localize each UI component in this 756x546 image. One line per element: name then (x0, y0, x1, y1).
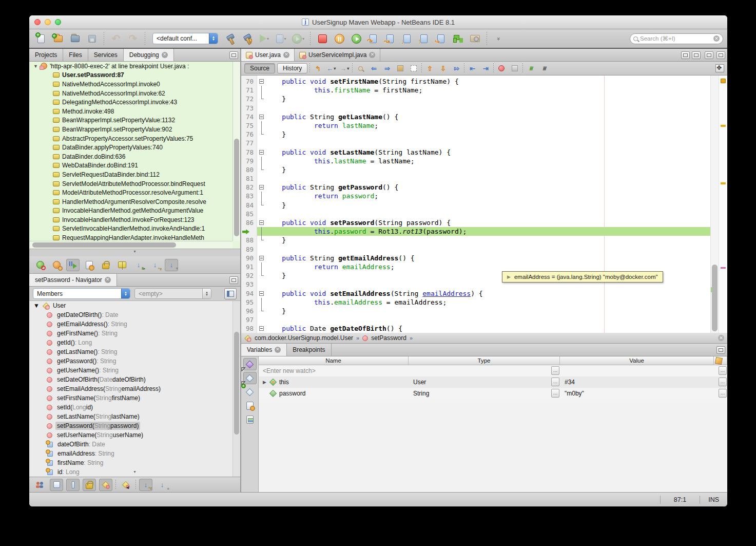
step-out-button[interactable]: ↑ (416, 31, 432, 46)
stack-frame[interactable]: Method.invoke:498 (29, 107, 240, 116)
create-new-watch-icon[interactable]: + (243, 386, 257, 398)
stack-frame[interactable]: NativeMethodAccessorImpl.invoke0 (29, 80, 240, 89)
members-combo-stepper-icon[interactable]: ▲▼ (121, 289, 130, 298)
finish-debugger-session-button[interactable] (315, 31, 330, 46)
edit-value-button[interactable]: … (719, 378, 727, 386)
stack-frame[interactable]: DataBinder.doBind:636 (29, 152, 240, 161)
show-fields-icon[interactable] (50, 479, 63, 491)
navigator-class-row[interactable]: ▼User (29, 301, 240, 310)
variable-row[interactable]: passwordString…"m0by"… (259, 388, 727, 399)
navigator-member[interactable]: dateOfBirth : Date (29, 440, 240, 449)
stack-frame[interactable]: DataBinder.applyPropertyValues:740 (29, 143, 240, 152)
maximize-panel-button[interactable] (229, 51, 238, 59)
navigator-member[interactable]: firstName : String (29, 458, 240, 467)
navigator-member[interactable]: getEmailAddress() : String (29, 319, 240, 329)
redo-button[interactable]: ↷ (125, 31, 141, 46)
apply-code-changes-button[interactable] (450, 31, 466, 46)
new-file-button[interactable]: + (33, 31, 49, 46)
shift-left-icon[interactable]: ⇤ (467, 63, 478, 73)
stack-frame[interactable]: ModelAttributeMethodProcessor.resolveArg… (29, 188, 240, 197)
navigator-member[interactable]: getFirstName() : String (29, 329, 240, 338)
stack-frame[interactable]: BeanWrapperImpl.setPropertyValue:1132 (29, 116, 240, 125)
next-bookmark-icon[interactable]: ⇩ (437, 63, 449, 73)
debugging-call-stack[interactable]: ▼'http-apr-8080-exec-2' at line breakpoi… (29, 62, 240, 249)
run-project-button[interactable]: ▾ (257, 31, 272, 46)
navigator-member[interactable]: getDateOfBirth() : Date (29, 310, 240, 319)
undo-button[interactable]: ↶ (108, 31, 124, 46)
sort-natural-icon[interactable]: ↓≡ (165, 259, 178, 271)
tab-breakpoints[interactable]: Breakpoints (287, 344, 331, 356)
code-editor[interactable]: 70 public void setFirstName(String first… (241, 76, 727, 333)
navigator-member[interactable]: setLastName(String lastName) (29, 412, 240, 421)
stack-horizontal-scrollbar[interactable] (29, 241, 232, 249)
show-locks-icon[interactable] (99, 259, 112, 271)
toggle-highlight-icon[interactable] (395, 63, 406, 73)
next-occurrence-icon[interactable]: ⇒ (381, 63, 393, 73)
debug-thread-row[interactable]: ▼'http-apr-8080-exec-2' at line breakpoi… (29, 62, 240, 71)
tab-files[interactable]: Files (63, 49, 88, 61)
stack-frame[interactable]: AbstractPropertyAccessor.setPropertyValu… (29, 134, 240, 143)
chevron-right-icon[interactable]: » (356, 335, 359, 341)
navigator-member[interactable]: getId() : Long (29, 338, 240, 347)
tab-navigator[interactable]: setPassword - Navigator ✕ (29, 274, 117, 286)
tab-services[interactable]: Services (88, 49, 124, 61)
maximize-navigator-button[interactable] (229, 276, 238, 284)
rectangular-selection-icon[interactable] (408, 63, 419, 73)
configuration-dropdown[interactable]: <default conf... ▲▼ (152, 33, 218, 44)
edit-type-button[interactable]: … (551, 378, 559, 386)
split-document-icon[interactable] (715, 64, 724, 72)
empty-combo-stepper-icon[interactable]: ▲▼ (202, 289, 211, 298)
edit-value-button[interactable]: … (719, 366, 727, 375)
tab-list-button[interactable] (705, 51, 713, 59)
tab-debugging[interactable]: Debugging ✕ (124, 49, 174, 61)
close-tab-icon[interactable]: ✕ (162, 52, 168, 58)
clean-and-build-button[interactable] (240, 31, 255, 46)
close-navigator-icon[interactable]: ✕ (105, 277, 111, 283)
stack-frame[interactable]: ServletInvocableHandlerMethod.invokeAndH… (29, 224, 240, 234)
navigator-member[interactable]: getPassword() : String (29, 356, 240, 366)
uncomment-icon[interactable]: ⩸ (538, 63, 550, 73)
sort-by-suspend-icon[interactable]: ↓‖▸ (132, 259, 145, 271)
navigator-member[interactable]: setEmailAddress(String emailAddress) (29, 384, 240, 393)
scroll-tabs-right-button[interactable] (692, 51, 701, 59)
zoom-window-button[interactable] (55, 19, 61, 25)
close-variables-icon[interactable]: ✕ (275, 347, 281, 353)
nav-sort-source-icon[interactable]: ↓≡ (156, 479, 169, 491)
last-edit-position-icon[interactable]: ↰ (312, 63, 323, 73)
show-static-icon[interactable] (83, 479, 96, 491)
navigator-member[interactable]: emailAddress : String (29, 449, 240, 458)
scroll-tabs-left-button[interactable] (681, 51, 690, 59)
step-into-button[interactable]: ↓ (399, 31, 415, 46)
continue-button[interactable] (348, 31, 364, 46)
variables-table[interactable]: Name Type Value <Enter new watch>……▶this… (259, 356, 727, 492)
navigator-scrollbar[interactable] (232, 301, 240, 477)
debug-panel-grip[interactable]: ▾ (29, 249, 240, 256)
build-project-button[interactable] (223, 31, 238, 46)
stack-frame[interactable]: InvocableHandlerMethod.getMethodArgument… (29, 206, 240, 216)
back-icon[interactable]: ←▾ (325, 63, 337, 73)
navigator-member[interactable]: setUserName(String userName) (29, 430, 240, 440)
breakpoint-icon[interactable] (496, 63, 507, 73)
tab-projects[interactable]: Projects (29, 49, 63, 61)
history-view-button[interactable]: History (277, 63, 307, 73)
edit-type-button[interactable]: … (551, 389, 559, 398)
navigator-member[interactable]: setDateOfBirth(Date dateOfBirth) (29, 375, 240, 384)
open-source-icon[interactable]: ◂ (119, 479, 132, 491)
column-options-icon[interactable] (714, 356, 727, 365)
breadcrumb-class[interactable]: com.docker.UserSignup.model.User (255, 334, 353, 342)
profile-point-icon[interactable] (509, 63, 520, 73)
stack-frame[interactable]: InvocableHandlerMethod.invokeForRequest:… (29, 215, 240, 224)
deadlock-detect-icon[interactable] (33, 259, 47, 271)
variable-row[interactable]: ▶thisUser…#34… (259, 376, 727, 388)
show-watches-icon[interactable]: ◸ (243, 372, 257, 384)
navigator-member[interactable]: getUserName() : String (29, 366, 240, 375)
variables-header[interactable]: Name Type Value (259, 356, 727, 365)
members-filter-combo[interactable]: Members ▲▼ (33, 288, 130, 299)
stack-frame[interactable]: HandlerMethodArgumentResolverComposite.r… (29, 197, 240, 206)
pause-button[interactable] (332, 31, 347, 46)
maximize-variables-button[interactable] (716, 346, 725, 354)
forward-icon[interactable]: →▾ (339, 63, 350, 73)
chevron-right-icon[interactable]: » (410, 335, 413, 341)
show-inherited-icon[interactable] (33, 479, 47, 491)
show-evaluation-result-icon[interactable]: ◸ (243, 358, 257, 370)
